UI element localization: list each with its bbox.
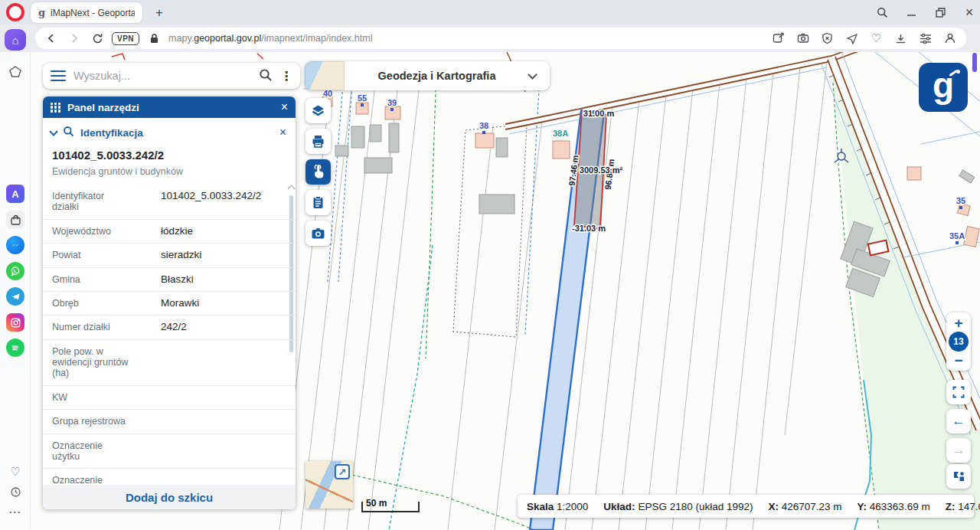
instagram-icon[interactable] bbox=[6, 313, 24, 332]
sidebar-more-icon[interactable]: ··· bbox=[6, 502, 24, 521]
whatsapp-icon[interactable] bbox=[6, 262, 24, 280]
tab-search-icon[interactable] bbox=[876, 6, 888, 18]
row-label: Numer działki bbox=[52, 322, 129, 332]
scale-readout: Skala 1:2000 bbox=[527, 501, 588, 512]
scale-label: Skala bbox=[527, 501, 554, 512]
row-label: Województwo bbox=[52, 226, 129, 237]
add-to-sketch-label: Dodaj do szkicu bbox=[126, 491, 213, 504]
restore-button[interactable] bbox=[934, 6, 946, 18]
new-tab-button[interactable]: + bbox=[150, 4, 168, 22]
send-icon[interactable] bbox=[844, 31, 859, 46]
composition-chevron-icon bbox=[528, 70, 537, 80]
table-row: Grupa rejestrowa bbox=[43, 410, 296, 433]
spotify-icon[interactable] bbox=[6, 339, 24, 357]
browser-tab[interactable]: g iMapNext - Geoportal bbox=[31, 2, 142, 23]
print-tool-button[interactable] bbox=[305, 129, 331, 154]
map-search-bar: ⋮ bbox=[43, 63, 300, 89]
opera-logo-icon[interactable] bbox=[6, 3, 24, 21]
minimize-button[interactable] bbox=[905, 6, 917, 18]
crs-label: Układ: bbox=[603, 501, 635, 512]
overview-minimap[interactable]: ↗ bbox=[305, 461, 353, 509]
screenshot-tool-button[interactable] bbox=[305, 221, 331, 246]
table-row: Pole pow. w ewidencji gruntów (ha) bbox=[43, 340, 296, 386]
row-value: 242/2 bbox=[161, 321, 187, 332]
panel-header[interactable]: Panel narzędzi × bbox=[43, 97, 296, 118]
teal-dashed-line bbox=[389, 245, 433, 530]
row-value: sieradzki bbox=[161, 249, 201, 260]
search-options-kebab-icon[interactable]: ⋮ bbox=[280, 69, 292, 83]
section-title: Identyfikacja bbox=[80, 127, 273, 139]
geoportal-logo[interactable]: g bbox=[919, 63, 968, 112]
row-label: KW bbox=[52, 392, 129, 403]
table-row: Numer działki242/2 bbox=[43, 316, 296, 339]
section-close-icon[interactable]: × bbox=[279, 126, 286, 139]
lock-icon[interactable] bbox=[145, 30, 162, 47]
table-row: Oznaczenie użytku bbox=[43, 434, 296, 469]
shield-blocker-icon[interactable] bbox=[820, 31, 835, 46]
address-bar[interactable]: VPN mapy.geoportal.gov.pl/imapnext/imap/… bbox=[35, 28, 966, 49]
results-list-tool-button[interactable] bbox=[305, 190, 331, 215]
profile-icon[interactable] bbox=[942, 31, 957, 46]
composition-selector[interactable]: Geodezja i Kartografia bbox=[305, 61, 550, 90]
reload-icon[interactable] bbox=[89, 30, 106, 47]
pinboards-icon[interactable] bbox=[6, 63, 24, 81]
search-icon[interactable] bbox=[259, 68, 273, 84]
snapshot-camera-icon[interactable] bbox=[795, 31, 810, 46]
easy-setup-icon[interactable] bbox=[918, 31, 933, 46]
address-label-39: 39 bbox=[387, 98, 397, 107]
menu-hamburger-icon[interactable] bbox=[51, 70, 66, 82]
measure-top-label: 31.00 m bbox=[583, 109, 615, 118]
table-row: KW bbox=[43, 386, 296, 410]
y-readout: Y: 463363.69 m bbox=[858, 501, 930, 512]
address-label-38: 38 bbox=[479, 121, 488, 130]
object-subtitle: Ewidencja gruntów i budynków bbox=[43, 163, 296, 185]
panel-close-icon[interactable]: × bbox=[281, 101, 288, 113]
row-label: Oznaczenie użytku bbox=[52, 440, 129, 463]
back-icon[interactable] bbox=[43, 30, 60, 47]
history-icon[interactable] bbox=[6, 483, 24, 501]
sidebar-panel-indicator[interactable] bbox=[972, 53, 977, 72]
messenger-icon[interactable] bbox=[6, 236, 24, 254]
sidebar-heart-icon[interactable]: ♡ bbox=[6, 463, 24, 481]
previous-view-button[interactable]: ← bbox=[946, 409, 971, 433]
collapse-chevron-icon[interactable] bbox=[49, 127, 57, 136]
status-bar: Skala 1:2000 Układ: EPSG 2180 (układ 199… bbox=[518, 495, 974, 518]
url-text[interactable]: mapy.geoportal.gov.pl/imapnext/imap/inde… bbox=[168, 33, 765, 44]
tab-strip: g iMapNext - Geoportal + × bbox=[0, 0, 980, 25]
identify-tool-button[interactable] bbox=[305, 159, 331, 185]
downloads-icon[interactable] bbox=[893, 31, 908, 46]
next-view-button[interactable]: → bbox=[946, 438, 971, 463]
telegram-icon[interactable] bbox=[6, 287, 24, 306]
favorites-heart-icon[interactable]: ♡ bbox=[869, 31, 884, 46]
start-page-button[interactable]: ⌂ bbox=[5, 29, 26, 51]
y-label: Y: bbox=[858, 501, 867, 512]
forward-icon[interactable] bbox=[66, 30, 83, 47]
row-value: łódzkie bbox=[161, 225, 193, 237]
scale-value: 1:2000 bbox=[557, 501, 588, 512]
search-input[interactable] bbox=[74, 70, 251, 82]
table-row: Województwołódzkie bbox=[43, 220, 296, 244]
fullscreen-button[interactable] bbox=[946, 380, 971, 404]
identification-section-header: Identyfikacja × bbox=[43, 118, 296, 144]
shopping-icon[interactable] bbox=[6, 211, 24, 229]
measure-bottom-label: -31.03 m bbox=[572, 224, 606, 233]
aria-ai-icon[interactable]: A bbox=[6, 185, 24, 203]
panel-title: Panel narzędzi bbox=[67, 102, 274, 113]
close-window-button[interactable]: × bbox=[963, 6, 975, 18]
zoom-out-button[interactable]: − bbox=[954, 353, 962, 368]
address-label-55: 55 bbox=[358, 93, 367, 103]
panorama-view-button[interactable] bbox=[946, 464, 971, 489]
url-domain: geoportal.gov.pl bbox=[194, 33, 261, 44]
compose-icon[interactable] bbox=[771, 31, 786, 46]
minimap-expand-icon[interactable]: ↗ bbox=[335, 464, 350, 479]
vpn-badge[interactable]: VPN bbox=[112, 32, 139, 45]
row-value: Morawki bbox=[161, 297, 199, 309]
logo-dot bbox=[956, 70, 960, 74]
address-row: VPN mapy.geoportal.gov.pl/imapnext/imap/… bbox=[0, 25, 980, 52]
layers-tool-button[interactable] bbox=[305, 98, 331, 123]
row-label: Grupa rejestrowa bbox=[52, 416, 129, 427]
zoom-in-button[interactable]: + bbox=[954, 316, 962, 330]
add-to-sketch-button[interactable]: Dodaj do szkicu bbox=[43, 485, 296, 509]
address-label-38a: 38A bbox=[553, 129, 568, 138]
x-label: X: bbox=[768, 501, 779, 512]
